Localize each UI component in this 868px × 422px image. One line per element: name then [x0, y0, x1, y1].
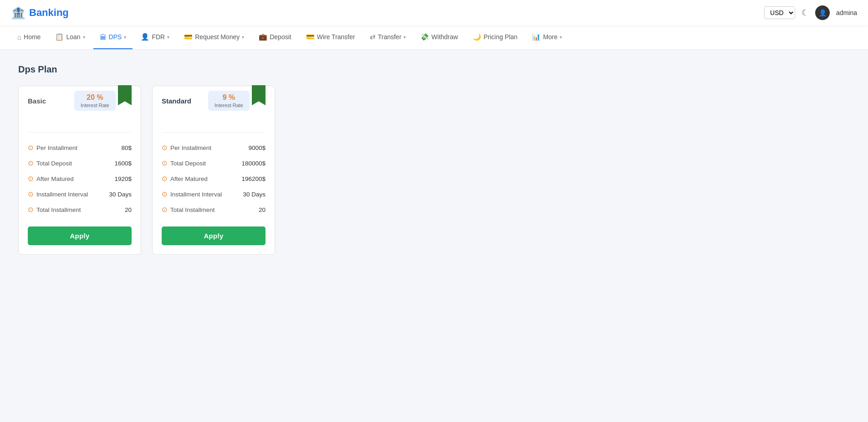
detail-label-after-matured-1: ⊙ After Matured [28, 175, 74, 183]
nav-item-home[interactable]: ⌂ Home [11, 26, 47, 49]
nav-item-more[interactable]: 📊 More ▾ [526, 26, 568, 49]
nav-item-deposit[interactable]: 💼 Deposit [252, 26, 297, 49]
fdr-chevron: ▾ [167, 35, 169, 40]
page-content: Dps Plan 20 % Interest Rate Basic ⊙ Per … [0, 50, 868, 269]
check-icon-1a: ⊙ [28, 144, 34, 152]
plan-details-2: ⊙ Per Installment 9000$ ⊙ Total Deposit … [162, 132, 266, 217]
loan-chevron: ▾ [83, 35, 85, 40]
detail-row-interval-1: ⊙ Installment Interval 30 Days [28, 186, 132, 202]
nav-label-request-money: Request Money [195, 33, 240, 41]
withdraw-icon: 💸 [420, 33, 429, 41]
detail-label-total-installment-1: ⊙ Total Installment [28, 206, 81, 214]
page-title: Dps Plan [18, 64, 850, 75]
detail-label-after-matured-2: ⊙ After Matured [162, 175, 208, 183]
more-icon: 📊 [532, 33, 541, 41]
total-deposit-label-2: Total Deposit [170, 160, 206, 167]
wire-transfer-icon: 💳 [306, 33, 315, 41]
detail-label-total-deposit-2: ⊙ Total Deposit [162, 159, 206, 167]
total-installment-label-1: Total Installment [36, 206, 81, 213]
check-icon-1e: ⊙ [28, 206, 34, 214]
detail-row-after-matured-2: ⊙ After Matured 196200$ [162, 171, 266, 186]
total-deposit-label-1: Total Deposit [36, 160, 72, 167]
request-money-chevron: ▾ [242, 35, 244, 40]
interest-rate-value-1: 20 % [81, 93, 109, 102]
nav-label-withdraw: Withdraw [431, 33, 458, 41]
total-installment-value-2: 20 [259, 206, 266, 213]
logo-text: Banking [29, 7, 69, 19]
logo-icon: 🏦 [11, 6, 26, 20]
check-icon-2c: ⊙ [162, 175, 168, 183]
loan-icon: 📋 [55, 33, 64, 41]
detail-row-total-installment-1: ⊙ Total Installment 20 [28, 202, 132, 217]
transfer-chevron: ▾ [403, 35, 406, 40]
interest-badge-2: 9 % Interest Rate [208, 91, 250, 111]
check-icon-2a: ⊙ [162, 144, 168, 152]
nav-item-dps[interactable]: 🏛 DPS ▾ [93, 26, 133, 49]
nav-label-wire-transfer: Wire Transfer [317, 33, 355, 41]
nav-label-home: Home [24, 33, 41, 41]
pricing-plan-icon: 🌙 [473, 33, 481, 41]
nav-item-transfer[interactable]: ⇄ Transfer ▾ [363, 26, 413, 49]
detail-row-after-matured-1: ⊙ After Matured 1920$ [28, 171, 132, 186]
detail-label-interval-2: ⊙ Installment Interval [162, 190, 222, 198]
topbar-right: USD EUR GBP ☾ 👤 admina [764, 5, 857, 20]
per-installment-value-1: 80$ [121, 144, 132, 151]
more-chevron: ▾ [560, 35, 562, 40]
detail-label-interval-1: ⊙ Installment Interval [28, 190, 88, 198]
per-installment-label-2: Per Installment [170, 144, 211, 151]
transfer-icon: ⇄ [370, 33, 376, 41]
topbar: 🏦 Banking USD EUR GBP ☾ 👤 admina [0, 0, 868, 26]
detail-row-total-deposit-1: ⊙ Total Deposit 1600$ [28, 155, 132, 171]
interest-badge-1: 20 % Interest Rate [74, 91, 116, 111]
interval-label-2: Installment Interval [170, 191, 222, 198]
nav-label-dps: DPS [109, 33, 122, 41]
total-deposit-value-2: 180000$ [241, 160, 266, 167]
check-icon-1d: ⊙ [28, 190, 34, 198]
nav-item-withdraw[interactable]: 💸 Withdraw [414, 26, 464, 49]
nav-label-pricing-plan: Pricing Plan [484, 33, 518, 41]
nav-item-loan[interactable]: 📋 Loan ▾ [49, 26, 91, 49]
after-matured-value-1: 1920$ [114, 175, 132, 182]
check-icon-2d: ⊙ [162, 190, 168, 198]
interest-rate-label-1: Interest Rate [81, 103, 109, 108]
after-matured-label-1: After Matured [36, 175, 74, 182]
detail-row-total-installment-2: ⊙ Total Installment 20 [162, 202, 266, 217]
dps-icon: 🏛 [100, 33, 107, 41]
plan-card-2: 9 % Interest Rate Standard ⊙ Per Install… [152, 86, 275, 255]
check-icon-1b: ⊙ [28, 159, 34, 167]
detail-row-interval-2: ⊙ Installment Interval 30 Days [162, 186, 266, 202]
apply-button-2[interactable]: Apply [162, 226, 266, 245]
nav-item-pricing-plan[interactable]: 🌙 Pricing Plan [466, 26, 524, 49]
interval-value-2: 30 Days [243, 191, 266, 198]
detail-row-per-installment-1: ⊙ Per Installment 80$ [28, 140, 132, 155]
interval-label-1: Installment Interval [36, 191, 88, 198]
total-deposit-value-1: 1600$ [114, 160, 132, 167]
navbar: ⌂ Home 📋 Loan ▾ 🏛 DPS ▾ 👤 FDR ▾ 💳 Reques… [0, 26, 868, 50]
request-money-icon: 💳 [184, 33, 193, 41]
detail-label-per-installment-2: ⊙ Per Installment [162, 144, 211, 152]
nav-label-fdr: FDR [152, 33, 165, 41]
per-installment-label-1: Per Installment [36, 144, 77, 151]
nav-label-loan: Loan [66, 33, 80, 41]
check-icon-2e: ⊙ [162, 206, 168, 214]
total-installment-value-1: 20 [125, 206, 132, 213]
logo[interactable]: 🏦 Banking [11, 6, 69, 20]
check-icon-2b: ⊙ [162, 159, 168, 167]
check-icon-1c: ⊙ [28, 175, 34, 183]
home-icon: ⌂ [17, 33, 21, 41]
detail-row-per-installment-2: ⊙ Per Installment 9000$ [162, 140, 266, 155]
interval-value-1: 30 Days [109, 191, 132, 198]
currency-select[interactable]: USD EUR GBP [764, 6, 795, 19]
apply-button-1[interactable]: Apply [28, 226, 132, 245]
plan-details-1: ⊙ Per Installment 80$ ⊙ Total Deposit 16… [28, 132, 132, 217]
nav-item-fdr[interactable]: 👤 FDR ▾ [134, 26, 176, 49]
theme-toggle-icon[interactable]: ☾ [802, 8, 809, 18]
cards-container: 20 % Interest Rate Basic ⊙ Per Installme… [18, 86, 850, 255]
nav-item-request-money[interactable]: 💳 Request Money ▾ [178, 26, 250, 49]
detail-label-total-installment-2: ⊙ Total Installment [162, 206, 215, 214]
nav-item-wire-transfer[interactable]: 💳 Wire Transfer [300, 26, 362, 49]
interest-rate-label-2: Interest Rate [214, 103, 243, 108]
dps-chevron: ▾ [124, 35, 126, 40]
nav-label-transfer: Transfer [378, 33, 402, 41]
detail-label-per-installment-1: ⊙ Per Installment [28, 144, 77, 152]
